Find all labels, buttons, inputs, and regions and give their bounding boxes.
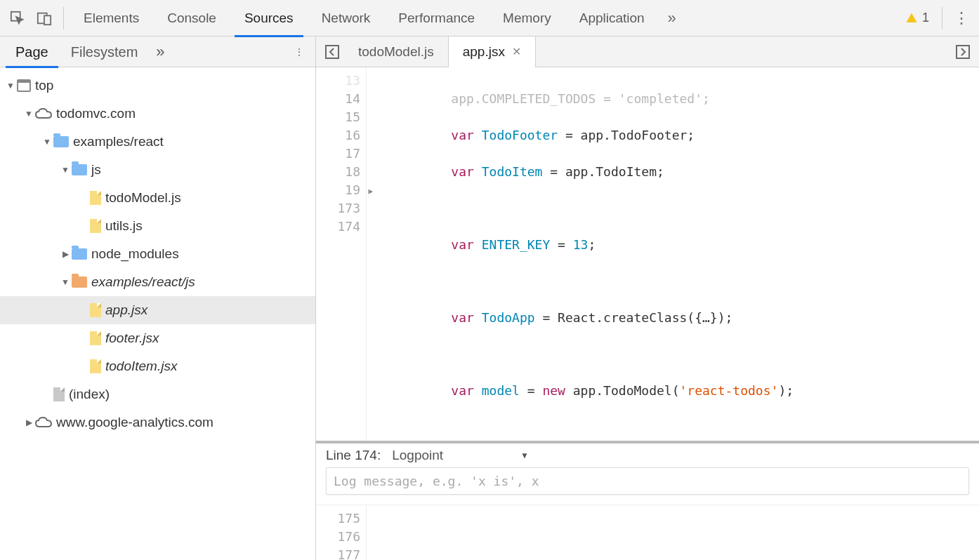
tree-file[interactable]: todoItem.jsx	[0, 352, 315, 380]
cloud-icon	[35, 107, 52, 120]
editor-tab-label: todoModel.js	[358, 36, 434, 67]
svg-rect-3	[326, 46, 339, 58]
sidebar-menu-icon[interactable]: ⋮	[287, 46, 311, 58]
editor-tabs: todoModel.js app.jsx ✕	[316, 36, 979, 67]
tree-label: todoItem.jsx	[105, 359, 177, 374]
tree-label: node_modules	[91, 246, 179, 262]
sidebar-tabs: Page Filesystem » ⋮	[0, 36, 315, 67]
editor-tab-active[interactable]: app.jsx ✕	[448, 36, 536, 67]
toolbar-divider	[63, 7, 64, 29]
chevron-down-icon: ▼	[60, 165, 70, 175]
gutter: 175 176 177 178 179 180 181 182 183 184 …	[316, 505, 367, 560]
tree-file[interactable]: todoModel.js	[0, 184, 315, 212]
svg-rect-4	[957, 46, 969, 58]
code-pane-bottom[interactable]: 175 176 177 178 179 180 181 182 183 184 …	[316, 505, 979, 560]
chevron-right-icon: ▶	[60, 249, 70, 259]
editor-tab[interactable]: todoModel.js	[344, 36, 448, 67]
code-text[interactable]: app.COMPLETED_TODOS = 'completed'; var T…	[367, 67, 979, 441]
tab-console[interactable]: Console	[153, 0, 230, 36]
chevron-down-icon: ▼	[60, 277, 70, 287]
tree-label: examples/react	[73, 134, 164, 149]
nav-forward-icon[interactable]	[951, 40, 975, 64]
tab-network[interactable]: Network	[308, 0, 385, 36]
devtools-toolbar: Elements Console Sources Network Perform…	[0, 0, 979, 36]
cloud-icon	[35, 416, 52, 429]
sidebar-tab-filesystem[interactable]: Filesystem	[60, 36, 150, 67]
tree-folder[interactable]: ▶ node_modules	[0, 240, 315, 268]
device-toggle-icon[interactable]	[31, 5, 58, 32]
tab-memory[interactable]: Memory	[489, 0, 565, 36]
folder-icon	[72, 164, 87, 175]
tree-label: top	[35, 78, 53, 93]
tree-label: utils.js	[105, 218, 143, 234]
tab-application[interactable]: Application	[565, 0, 659, 36]
logpoint-type-label: Logpoint	[392, 448, 443, 463]
tree-folder[interactable]: ▼ js	[0, 156, 315, 184]
tree-file[interactable]: (index)	[0, 380, 315, 408]
editor-tab-label: app.jsx	[463, 36, 505, 67]
chevron-down-icon: ▼	[24, 109, 34, 119]
nav-back-icon[interactable]	[320, 40, 344, 64]
sidebar-tab-page[interactable]: Page	[4, 36, 60, 67]
window-icon	[17, 79, 31, 92]
chevron-down-icon: ▼	[42, 137, 52, 147]
tree-label: todomvc.com	[56, 106, 136, 121]
tree-file[interactable]: utils.js	[0, 212, 315, 240]
sources-sidebar: Page Filesystem » ⋮ ▼ top ▼ todomvc.com …	[0, 36, 316, 560]
file-icon	[90, 191, 101, 205]
tree-label: (index)	[69, 387, 110, 402]
chevron-down-icon: ▼	[520, 451, 529, 460]
tree-top[interactable]: ▼ top	[0, 72, 315, 100]
folder-icon	[72, 276, 87, 288]
file-icon	[53, 387, 65, 401]
tree-label: examples/react/js	[91, 274, 195, 290]
file-icon	[90, 303, 101, 317]
chevron-right-icon: ▶	[24, 418, 34, 427]
logpoint-panel: Line 174: Logpoint ▼	[316, 441, 979, 505]
inspect-icon[interactable]	[4, 5, 31, 32]
kebab-menu-icon[interactable]: ⋮	[948, 5, 975, 32]
file-icon	[90, 359, 101, 373]
logpoint-type-dropdown[interactable]: Logpoint ▼	[392, 448, 529, 463]
source-editor: todoModel.js app.jsx ✕ 13 14 15 16 17 18…	[316, 36, 979, 560]
tree-label: www.google-analytics.com	[56, 415, 213, 430]
tree-label: todoModel.js	[105, 190, 181, 206]
tree-domain[interactable]: ▶ www.google-analytics.com	[0, 408, 315, 436]
tree-folder[interactable]: ▼ examples/react/js	[0, 268, 315, 296]
tree-label: js	[91, 162, 101, 178]
toolbar-divider	[942, 7, 942, 29]
gutter: 13 14 15 16 17 18 19 173 174	[316, 67, 367, 441]
file-tree: ▼ top ▼ todomvc.com ▼ examples/react ▼ j…	[0, 67, 315, 560]
tree-label: app.jsx	[105, 302, 147, 318]
file-icon	[90, 331, 101, 345]
tab-performance[interactable]: Performance	[384, 0, 489, 36]
warning-indicator[interactable]: 1	[898, 11, 936, 25]
file-icon	[90, 219, 101, 233]
warning-count: 1	[922, 11, 929, 25]
tree-folder[interactable]: ▼ examples/react	[0, 128, 315, 156]
folder-icon	[53, 136, 69, 147]
logpoint-input[interactable]	[326, 467, 969, 495]
code-text[interactable]: function render() { React.render( <TodoA…	[367, 505, 979, 560]
tab-elements[interactable]: Elements	[70, 0, 153, 36]
tree-label: footer.jsx	[105, 331, 159, 346]
tree-file[interactable]: footer.jsx	[0, 324, 315, 352]
svg-rect-2	[44, 15, 51, 25]
chevron-down-icon: ▼	[6, 81, 15, 91]
more-tabs-icon[interactable]: »	[659, 5, 685, 32]
sidebar-more-icon[interactable]: »	[149, 43, 171, 61]
tree-domain[interactable]: ▼ todomvc.com	[0, 100, 315, 128]
code-pane-top[interactable]: 13 14 15 16 17 18 19 173 174 app.COMPLET…	[316, 67, 979, 441]
logpoint-line-label: Line 174:	[326, 448, 381, 463]
tab-sources[interactable]: Sources	[230, 0, 308, 36]
close-icon[interactable]: ✕	[512, 36, 521, 67]
folder-icon	[72, 248, 87, 260]
tree-file-selected[interactable]: app.jsx	[0, 296, 315, 324]
